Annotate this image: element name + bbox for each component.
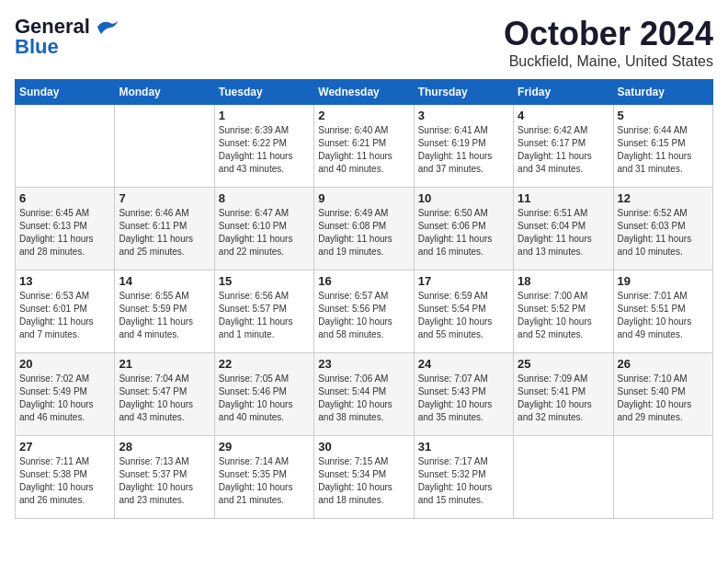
sunrise-text: Sunrise: 7:13 AM <box>119 456 188 466</box>
day-number: 29 <box>219 440 310 454</box>
day-number: 28 <box>119 440 210 454</box>
sunset-text: Sunset: 5:40 PM <box>618 386 686 396</box>
day-info: Sunrise: 6:39 AM Sunset: 6:22 PM Dayligh… <box>219 124 310 176</box>
page-title: October 2024 <box>504 15 713 53</box>
calendar-cell: 26 Sunrise: 7:10 AM Sunset: 5:40 PM Dayl… <box>613 353 712 436</box>
sunrise-text: Sunrise: 6:53 AM <box>19 291 89 301</box>
sunset-text: Sunset: 5:43 PM <box>418 386 486 396</box>
sunrise-text: Sunrise: 6:51 AM <box>518 208 587 218</box>
calendar-week-row: 6 Sunrise: 6:45 AM Sunset: 6:13 PM Dayli… <box>16 188 713 270</box>
calendar-cell <box>115 105 214 188</box>
sunset-text: Sunset: 6:22 PM <box>219 138 287 148</box>
sunrise-text: Sunrise: 6:56 AM <box>219 291 289 301</box>
daylight-text: Daylight: 10 hours and 29 minutes. <box>618 399 692 422</box>
day-info: Sunrise: 7:15 AM Sunset: 5:34 PM Dayligh… <box>318 455 409 507</box>
sunrise-text: Sunrise: 7:00 AM <box>518 291 587 301</box>
calendar-cell <box>613 436 712 519</box>
sunset-text: Sunset: 5:51 PM <box>618 304 686 314</box>
daylight-text: Daylight: 11 hours and 1 minute. <box>219 316 293 339</box>
day-number: 8 <box>219 191 310 205</box>
sunset-text: Sunset: 5:34 PM <box>318 469 386 479</box>
day-info: Sunrise: 7:07 AM Sunset: 5:43 PM Dayligh… <box>418 373 509 424</box>
daylight-text: Daylight: 11 hours and 19 minutes. <box>318 234 392 257</box>
sunrise-text: Sunrise: 7:15 AM <box>318 456 388 466</box>
day-number: 20 <box>19 357 110 371</box>
calendar-cell: 25 Sunrise: 7:09 AM Sunset: 5:41 PM Dayl… <box>514 353 613 436</box>
sunset-text: Sunset: 5:44 PM <box>318 386 386 396</box>
sunset-text: Sunset: 6:03 PM <box>618 221 686 231</box>
calendar-cell: 16 Sunrise: 6:57 AM Sunset: 5:56 PM Dayl… <box>314 270 414 353</box>
daylight-text: Daylight: 10 hours and 15 minutes. <box>418 482 493 505</box>
day-info: Sunrise: 6:45 AM Sunset: 6:13 PM Dayligh… <box>19 207 110 259</box>
day-number: 14 <box>119 274 210 288</box>
calendar-cell: 27 Sunrise: 7:11 AM Sunset: 5:38 PM Dayl… <box>16 436 115 519</box>
daylight-text: Daylight: 11 hours and 4 minutes. <box>119 316 193 339</box>
calendar-cell: 13 Sunrise: 6:53 AM Sunset: 6:01 PM Dayl… <box>16 270 115 353</box>
calendar-cell: 11 Sunrise: 6:51 AM Sunset: 6:04 PM Dayl… <box>514 188 613 270</box>
calendar-cell <box>514 436 613 519</box>
day-info: Sunrise: 6:41 AM Sunset: 6:19 PM Dayligh… <box>418 124 509 176</box>
weekday-header-saturday: Saturday <box>613 80 712 105</box>
calendar-cell: 3 Sunrise: 6:41 AM Sunset: 6:19 PM Dayli… <box>414 105 513 188</box>
day-info: Sunrise: 6:59 AM Sunset: 5:54 PM Dayligh… <box>418 290 509 341</box>
daylight-text: Daylight: 10 hours and 18 minutes. <box>318 482 392 505</box>
sunset-text: Sunset: 5:52 PM <box>518 304 586 314</box>
calendar-cell: 6 Sunrise: 6:45 AM Sunset: 6:13 PM Dayli… <box>16 188 115 270</box>
day-info: Sunrise: 6:56 AM Sunset: 5:57 PM Dayligh… <box>219 290 310 341</box>
calendar-week-row: 13 Sunrise: 6:53 AM Sunset: 6:01 PM Dayl… <box>16 270 713 353</box>
sunrise-text: Sunrise: 7:05 AM <box>219 373 289 384</box>
sunset-text: Sunset: 6:10 PM <box>219 221 287 231</box>
day-number: 7 <box>119 191 210 205</box>
calendar-cell: 2 Sunrise: 6:40 AM Sunset: 6:21 PM Dayli… <box>314 105 414 188</box>
sunset-text: Sunset: 6:06 PM <box>418 221 486 231</box>
day-info: Sunrise: 6:52 AM Sunset: 6:03 PM Dayligh… <box>618 207 709 259</box>
calendar-cell: 15 Sunrise: 6:56 AM Sunset: 5:57 PM Dayl… <box>214 270 313 353</box>
calendar-cell: 28 Sunrise: 7:13 AM Sunset: 5:37 PM Dayl… <box>115 436 214 519</box>
daylight-text: Daylight: 10 hours and 32 minutes. <box>518 399 592 422</box>
day-number: 23 <box>318 357 409 371</box>
sunrise-text: Sunrise: 6:39 AM <box>219 125 289 135</box>
calendar-cell: 1 Sunrise: 6:39 AM Sunset: 6:22 PM Dayli… <box>214 105 313 188</box>
sunrise-text: Sunrise: 7:06 AM <box>318 373 388 384</box>
sunrise-text: Sunrise: 6:40 AM <box>318 125 388 135</box>
day-info: Sunrise: 6:47 AM Sunset: 6:10 PM Dayligh… <box>219 207 310 259</box>
day-info: Sunrise: 7:04 AM Sunset: 5:47 PM Dayligh… <box>119 373 210 424</box>
logo: General Blue <box>15 15 119 59</box>
day-info: Sunrise: 7:11 AM Sunset: 5:38 PM Dayligh… <box>19 455 110 507</box>
calendar-table: SundayMondayTuesdayWednesdayThursdayFrid… <box>15 79 713 519</box>
day-number: 18 <box>518 274 609 288</box>
daylight-text: Daylight: 10 hours and 49 minutes. <box>618 316 692 339</box>
weekday-header-sunday: Sunday <box>16 80 115 105</box>
sunrise-text: Sunrise: 7:10 AM <box>618 373 688 384</box>
calendar-cell <box>16 105 115 188</box>
day-number: 1 <box>219 109 310 122</box>
daylight-text: Daylight: 11 hours and 40 minutes. <box>318 151 392 174</box>
sunrise-text: Sunrise: 6:49 AM <box>318 208 388 218</box>
day-info: Sunrise: 7:10 AM Sunset: 5:40 PM Dayligh… <box>618 373 709 424</box>
day-number: 5 <box>618 109 709 122</box>
daylight-text: Daylight: 11 hours and 22 minutes. <box>219 234 293 257</box>
daylight-text: Daylight: 11 hours and 13 minutes. <box>518 234 592 257</box>
daylight-text: Daylight: 11 hours and 31 minutes. <box>618 151 692 174</box>
day-info: Sunrise: 6:42 AM Sunset: 6:17 PM Dayligh… <box>518 124 609 176</box>
day-info: Sunrise: 6:55 AM Sunset: 5:59 PM Dayligh… <box>119 290 210 341</box>
day-number: 15 <box>219 274 310 288</box>
day-info: Sunrise: 7:17 AM Sunset: 5:32 PM Dayligh… <box>418 455 509 507</box>
calendar-cell: 14 Sunrise: 6:55 AM Sunset: 5:59 PM Dayl… <box>115 270 214 353</box>
day-number: 2 <box>318 109 409 122</box>
sunrise-text: Sunrise: 7:09 AM <box>518 373 587 384</box>
daylight-text: Daylight: 10 hours and 55 minutes. <box>418 316 493 339</box>
sunrise-text: Sunrise: 6:59 AM <box>418 291 488 301</box>
daylight-text: Daylight: 10 hours and 43 minutes. <box>119 399 193 422</box>
calendar-cell: 30 Sunrise: 7:15 AM Sunset: 5:34 PM Dayl… <box>314 436 414 519</box>
daylight-text: Daylight: 11 hours and 37 minutes. <box>418 151 493 174</box>
calendar-cell: 31 Sunrise: 7:17 AM Sunset: 5:32 PM Dayl… <box>414 436 513 519</box>
sunset-text: Sunset: 5:54 PM <box>418 304 486 314</box>
sunset-text: Sunset: 5:46 PM <box>219 386 287 396</box>
sunrise-text: Sunrise: 7:11 AM <box>19 456 89 466</box>
daylight-text: Daylight: 10 hours and 46 minutes. <box>19 399 94 422</box>
sunset-text: Sunset: 6:01 PM <box>19 304 87 314</box>
calendar-cell: 4 Sunrise: 6:42 AM Sunset: 6:17 PM Dayli… <box>514 105 613 188</box>
day-info: Sunrise: 6:46 AM Sunset: 6:11 PM Dayligh… <box>119 207 210 259</box>
sunset-text: Sunset: 5:47 PM <box>119 386 187 396</box>
